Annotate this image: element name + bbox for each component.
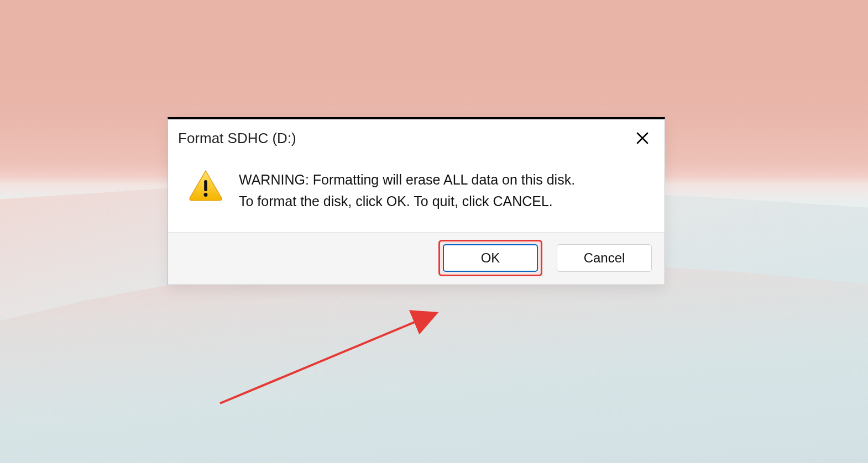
close-button[interactable]: [630, 126, 655, 150]
annotation-highlight: OK: [440, 241, 541, 275]
dialog-titlebar[interactable]: Format SDHC (D:): [168, 119, 665, 166]
dialog-message-line: WARNING: Formatting will erase ALL data …: [239, 169, 575, 191]
cancel-button[interactable]: Cancel: [557, 244, 652, 272]
warning-icon: [188, 169, 223, 201]
dialog-content: WARNING: Formatting will erase ALL data …: [168, 166, 665, 232]
desktop-background: Format SDHC (D:) WARNING: Formatting wil…: [0, 0, 868, 463]
dialog-message-line: To format the disk, click OK. To quit, c…: [239, 191, 575, 212]
svg-rect-0: [204, 180, 207, 191]
dialog-title: Format SDHC (D:): [178, 130, 296, 147]
ok-button[interactable]: OK: [443, 244, 538, 272]
dialog-button-bar: OK Cancel: [168, 232, 665, 285]
format-warning-dialog: Format SDHC (D:) WARNING: Formatting wil…: [168, 117, 665, 285]
button-wrap: Cancel: [554, 241, 655, 275]
dialog-message: WARNING: Formatting will erase ALL data …: [239, 169, 575, 212]
close-icon: [636, 132, 649, 144]
svg-point-1: [204, 193, 208, 197]
